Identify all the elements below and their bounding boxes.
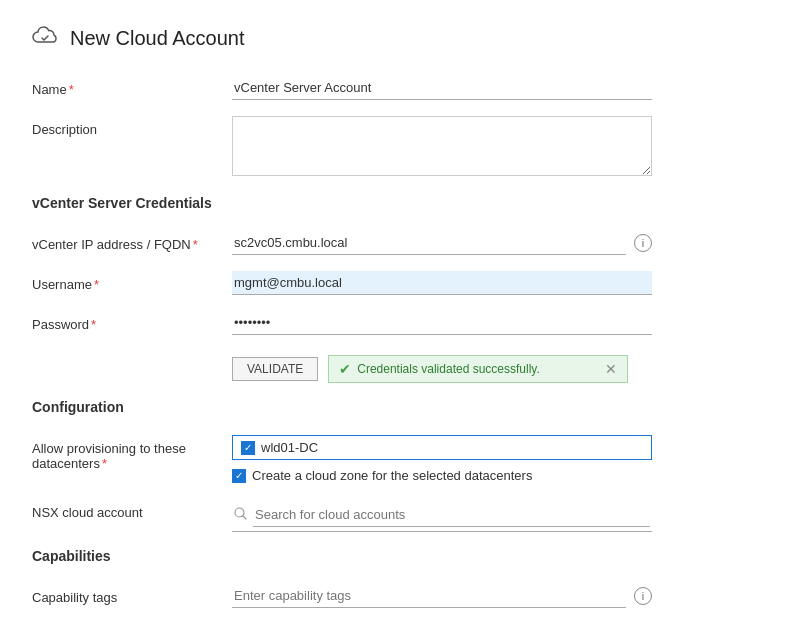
success-message-banner: ✔ Credentials validated successfully. ✕ <box>328 355 628 383</box>
capabilities-section-title: Capabilities <box>32 548 778 568</box>
cloud-icon <box>32 24 60 52</box>
close-success-icon[interactable]: ✕ <box>605 361 617 377</box>
validate-row: VALIDATE ✔ Credentials validated success… <box>32 351 778 383</box>
allow-provisioning-field: ✓ wld01-DC ✓ Create a cloud zone for the… <box>232 435 652 483</box>
password-label: Password* <box>32 311 232 332</box>
name-row: Name* <box>32 76 778 100</box>
datacenter-value: wld01-DC <box>261 440 318 455</box>
username-label: Username* <box>32 271 232 292</box>
search-icon <box>234 507 247 523</box>
vcenter-ip-row: vCenter IP address / FQDN* i <box>32 231 778 255</box>
svg-line-1 <box>243 516 246 519</box>
name-input[interactable] <box>232 76 652 100</box>
username-field <box>232 271 652 295</box>
password-input[interactable] <box>232 311 652 335</box>
nsx-search-input[interactable] <box>253 503 650 527</box>
page-header: New Cloud Account <box>32 24 778 52</box>
capability-tags-label: Capability tags <box>32 584 232 605</box>
vcenter-ip-label: vCenter IP address / FQDN* <box>32 231 232 252</box>
vcenter-ip-field: i <box>232 231 652 255</box>
cloud-zone-label: Create a cloud zone for the selected dat… <box>252 468 532 483</box>
vcenter-ip-info-icon[interactable]: i <box>634 234 652 252</box>
page-title: New Cloud Account <box>70 27 245 50</box>
success-check-icon: ✔ <box>339 361 351 377</box>
credentials-section-title: vCenter Server Credentials <box>32 195 778 215</box>
capability-tags-field: i <box>232 584 652 608</box>
username-input[interactable] <box>232 271 652 295</box>
allow-provisioning-row: Allow provisioning to thesedatacenters* … <box>32 435 778 483</box>
datacenter-field[interactable]: ✓ wld01-DC <box>232 435 652 460</box>
capability-tags-input[interactable] <box>232 584 626 608</box>
description-field <box>232 116 652 179</box>
password-row: Password* <box>32 311 778 335</box>
capability-info-icon[interactable]: i <box>634 587 652 605</box>
description-label: Description <box>32 116 232 137</box>
cloud-zone-checkbox[interactable]: ✓ <box>232 469 246 483</box>
name-label: Name* <box>32 76 232 97</box>
description-textarea[interactable] <box>232 116 652 176</box>
nsx-label: NSX cloud account <box>32 499 232 520</box>
vcenter-ip-input[interactable] <box>232 231 626 255</box>
datacenter-checkbox[interactable]: ✓ <box>241 441 255 455</box>
configuration-section-title: Configuration <box>32 399 778 419</box>
description-row: Description <box>32 116 778 179</box>
success-text: Credentials validated successfully. <box>357 362 540 376</box>
capability-tags-row: Capability tags i <box>32 584 778 608</box>
nsx-field <box>232 499 652 532</box>
cloud-zone-row: ✓ Create a cloud zone for the selected d… <box>232 468 652 483</box>
nsx-search-field <box>232 499 652 532</box>
name-field <box>232 76 652 100</box>
password-field <box>232 311 652 335</box>
validate-button[interactable]: VALIDATE <box>232 357 318 381</box>
allow-provisioning-label: Allow provisioning to thesedatacenters* <box>32 435 232 471</box>
username-row: Username* <box>32 271 778 295</box>
nsx-row: NSX cloud account <box>32 499 778 532</box>
